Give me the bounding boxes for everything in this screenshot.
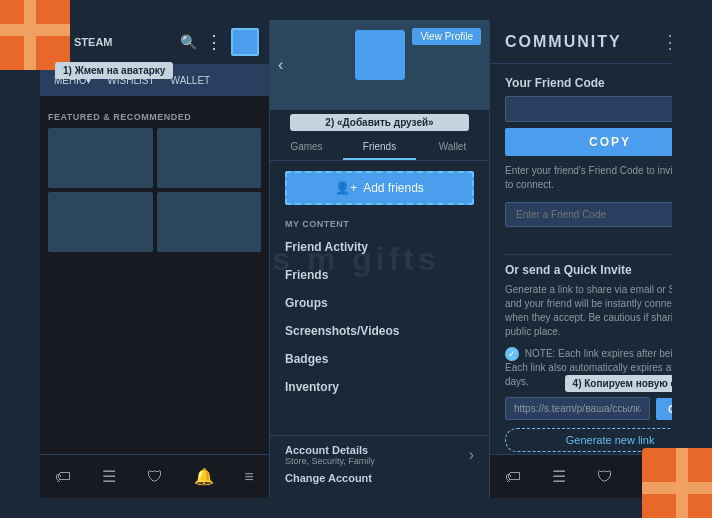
tag-icon[interactable]: 🏷: [55, 468, 71, 486]
shield-icon[interactable]: 🛡: [147, 468, 163, 486]
list-icon[interactable]: ☰: [102, 467, 116, 486]
comm-list-icon[interactable]: ☰: [552, 467, 566, 486]
comm-tag-icon[interactable]: 🏷: [505, 468, 521, 486]
featured-label: FEATURED & RECOMMENDED: [48, 112, 261, 122]
add-friends-label: Add friends: [363, 181, 424, 195]
account-sub: Store, Security, Family: [285, 456, 375, 466]
tab-wallet[interactable]: Wallet: [416, 135, 489, 160]
gift-box-right: [642, 448, 712, 518]
link-row-container: COPY 4) Копируем новую ссылку: [505, 397, 672, 420]
quick-invite-desc: Generate a link to share via email or SM…: [505, 283, 672, 339]
quick-invite-title: Or send a Quick Invite: [505, 263, 672, 277]
link-row: COPY: [505, 397, 672, 420]
copy-friend-code-button[interactable]: COPY: [505, 128, 672, 156]
change-account-button[interactable]: Change Account: [285, 466, 474, 490]
badges-item[interactable]: Badges: [270, 345, 489, 373]
copy-link-button[interactable]: COPY: [656, 398, 672, 420]
add-friends-panel: ‹ View Profile 2) «Добавить друзей» Game…: [270, 20, 490, 498]
annotation-1: 1) Жмем на аватарку: [55, 62, 173, 79]
account-section: Account Details Store, Security, Family …: [270, 435, 489, 498]
steam-header: S STEAM 🔍 ⋮: [40, 20, 269, 64]
community-panel: COMMUNITY ⋮ Your Friend Code COPY Enter …: [490, 20, 672, 498]
add-friends-button[interactable]: 👤+ Add friends: [285, 171, 474, 205]
steam-bottom-nav: 🏷 ☰ 🛡 🔔 ≡: [40, 454, 269, 498]
featured-grid: [48, 128, 261, 252]
header-icons: 🔍 ⋮: [180, 28, 259, 56]
friend-code-input[interactable]: [505, 96, 672, 122]
annotation-2: 2) «Добавить друзей»: [290, 114, 469, 131]
bell-icon[interactable]: 🔔: [194, 467, 214, 486]
content-list: Friend Activity Friends Groups Screensho…: [270, 233, 489, 435]
arrow-icon: ›: [469, 446, 474, 464]
check-icon: ✓: [505, 347, 519, 361]
back-arrow[interactable]: ‹: [278, 56, 283, 74]
link-input[interactable]: [505, 397, 650, 420]
featured-item-1: [48, 128, 153, 188]
profile-tabs: Games Friends Wallet: [270, 135, 489, 161]
inventory-item[interactable]: Inventory: [270, 373, 489, 401]
annotation-4: 4) Копируем новую ссылку: [565, 375, 672, 392]
profile-avatar: [355, 30, 405, 80]
community-menu-icon[interactable]: ⋮: [661, 31, 672, 53]
enter-friend-code-input[interactable]: [505, 202, 672, 227]
quick-invite-section: Or send a Quick Invite Generate a link t…: [505, 263, 672, 452]
featured-item-4: [157, 192, 262, 252]
tab-friends[interactable]: Friends: [343, 135, 416, 160]
user-avatar[interactable]: [231, 28, 259, 56]
friends-item[interactable]: Friends: [270, 261, 489, 289]
profile-section: ‹ View Profile: [270, 20, 489, 110]
view-profile-button[interactable]: View Profile: [412, 28, 481, 45]
friend-code-label: Your Friend Code: [505, 76, 672, 90]
friend-code-section: Your Friend Code COPY Enter your friend'…: [505, 76, 672, 239]
divider: [505, 254, 672, 255]
add-icon: 👤+: [335, 181, 357, 195]
account-title: Account Details: [285, 444, 375, 456]
more-icon[interactable]: ⋮: [205, 31, 223, 53]
left-content: FEATURED & RECOMMENDED: [40, 96, 269, 454]
search-icon[interactable]: 🔍: [180, 34, 197, 50]
main-container: S STEAM 🔍 ⋮ МЕНЮ▾ WISHLIST WALLET FEATUR…: [40, 20, 672, 498]
my-content-label: MY CONTENT: [270, 215, 489, 233]
friend-activity-item[interactable]: Friend Activity: [270, 233, 489, 261]
screenshots-item[interactable]: Screenshots/Videos: [270, 317, 489, 345]
steam-client-panel: S STEAM 🔍 ⋮ МЕНЮ▾ WISHLIST WALLET FEATUR…: [40, 20, 270, 498]
gift-box-left: [0, 0, 70, 70]
featured-item-2: [157, 128, 262, 188]
menu-icon[interactable]: ≡: [244, 468, 253, 486]
community-content: Your Friend Code COPY Enter your friend'…: [490, 64, 672, 454]
groups-item[interactable]: Groups: [270, 289, 489, 317]
community-header: COMMUNITY ⋮: [490, 20, 672, 64]
steam-label: STEAM: [74, 36, 113, 48]
community-title: COMMUNITY: [505, 33, 661, 51]
tab-games[interactable]: Games: [270, 135, 343, 160]
comm-shield-icon[interactable]: 🛡: [597, 468, 613, 486]
invite-description: Enter your friend's Friend Code to invit…: [505, 164, 672, 192]
featured-item-3: [48, 192, 153, 252]
